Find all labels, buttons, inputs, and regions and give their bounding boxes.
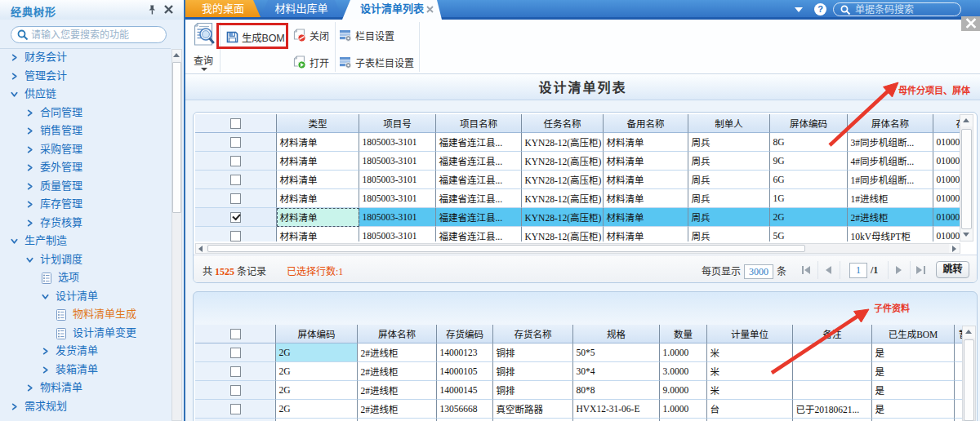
cell[interactable]: 是 (872, 381, 955, 400)
cell[interactable]: 2G (276, 362, 358, 381)
chevron-down-icon[interactable] (11, 237, 18, 245)
cell[interactable]: 2G (770, 208, 848, 227)
cell[interactable]: 1.0000 (660, 343, 707, 362)
cell[interactable] (793, 381, 872, 400)
close-button[interactable]: 关闭 (293, 29, 329, 42)
table-row[interactable]: 材料清单1805003-3101福建省连江县...KYN28-12(高压柜)材料… (195, 171, 960, 189)
scroll-up-button[interactable] (960, 115, 973, 126)
cell[interactable]: 是 (872, 400, 955, 419)
chevron-right-icon[interactable] (42, 348, 49, 355)
cell[interactable]: 2#进线柜 (848, 208, 933, 227)
cell[interactable]: HVX12-31-06-E (573, 400, 660, 419)
cell[interactable]: 010008 (933, 133, 960, 152)
chevron-right-icon[interactable] (11, 54, 18, 61)
tree-node[interactable]: 需求规划 (0, 397, 171, 416)
chevron-right-icon[interactable] (26, 127, 33, 135)
cell[interactable]: 福建省连江县... (436, 133, 522, 152)
cell[interactable]: KYN28-12(高压柜) (522, 227, 604, 242)
tree-node[interactable]: 生产制造 (0, 232, 171, 250)
scroll-up-button[interactable] (172, 50, 181, 60)
barcode-search-input[interactable] (855, 3, 956, 16)
cell[interactable]: 8G (770, 133, 848, 152)
cell[interactable]: 材料清单 (604, 152, 688, 171)
query-button[interactable]: 查询 (189, 22, 217, 71)
chevron-right-icon[interactable] (26, 146, 33, 153)
scroll-right-button[interactable] (949, 244, 960, 253)
row-checkbox[interactable] (230, 137, 241, 148)
cell[interactable]: 5G (770, 227, 848, 242)
tree-node[interactable]: 装箱清单 (0, 361, 171, 379)
row-checkbox[interactable] (230, 348, 241, 358)
cell[interactable]: 1.0000 (660, 400, 707, 419)
cell[interactable]: 福建省连江县... (436, 171, 522, 189)
cell[interactable]: 周兵 (688, 133, 770, 152)
cell[interactable]: 9.0000 (660, 381, 707, 400)
cell[interactable]: 2G (276, 400, 358, 419)
child-table-vscrollbar[interactable] (962, 326, 976, 421)
cell[interactable]: 1805003-3101 (359, 189, 436, 208)
tab-material-outbound[interactable]: 材料出库单 (261, 0, 342, 17)
scroll-up-button[interactable] (963, 326, 975, 338)
tab-design-list[interactable]: 设计清单列表 (342, 0, 442, 20)
cell[interactable]: 2G (276, 381, 358, 400)
cell[interactable]: 1805003-3101 (359, 133, 436, 152)
cell[interactable] (793, 343, 872, 362)
column-header[interactable]: 已生成BOM (872, 325, 955, 343)
table-row[interactable]: 2G2#进线柜13056668真空断路器HVX12-31-06-E1.0000台… (195, 400, 963, 419)
tree-node[interactable]: 物料清单 (0, 379, 171, 397)
row-checkbox[interactable] (230, 175, 241, 185)
cell[interactable]: 米 (707, 381, 793, 400)
column-header[interactable]: 屏体编码 (770, 114, 848, 133)
cell[interactable]: 福建省连江县... (436, 152, 522, 171)
window-close-button[interactable] (961, 16, 980, 31)
tree-node[interactable]: 供应链 (0, 85, 171, 104)
cell[interactable]: 14000145 (437, 381, 493, 400)
tree-node[interactable]: 计划调度 (0, 250, 171, 269)
scroll-down-button[interactable] (960, 229, 973, 241)
cell[interactable]: 1805003-3101 (359, 171, 436, 189)
tree-node[interactable]: 设计清单 (0, 287, 171, 306)
row-checkbox[interactable] (230, 193, 241, 204)
row-checkbox[interactable] (230, 156, 241, 166)
column-header[interactable]: 屏体编码 (276, 325, 358, 343)
scrollbar-thumb[interactable] (207, 245, 805, 252)
generate-bom-button[interactable]: 生成BOM (226, 29, 284, 45)
tree-node[interactable]: 管理会计 (0, 67, 171, 86)
cell[interactable]: 是 (872, 343, 955, 362)
cell[interactable]: 已于20180621... (793, 400, 872, 419)
cell[interactable]: KYN28-12(高压柜) (522, 152, 604, 171)
tab-my-desktop[interactable]: 我的桌面 (185, 0, 261, 17)
cell[interactable]: 材料清单 (277, 208, 359, 227)
chevron-right-icon[interactable] (11, 73, 18, 80)
cell[interactable]: 铜排 (493, 343, 573, 362)
chevron-right-icon[interactable] (26, 183, 33, 190)
cell[interactable]: 福建省连江县... (436, 208, 522, 227)
cell[interactable]: 材料清单 (604, 133, 688, 152)
table-row[interactable]: 2G2#进线柜14000145铜排80*89.0000米是 (195, 381, 963, 400)
chevron-right-icon[interactable] (26, 201, 33, 208)
column-header[interactable]: 屏体名称 (358, 325, 437, 343)
column-header[interactable]: 项目号 (359, 114, 436, 133)
tree-node[interactable]: 设计清单变更 (0, 324, 171, 343)
tree-node[interactable]: 选项 (0, 268, 171, 287)
cell[interactable]: 周兵 (688, 189, 770, 208)
cell[interactable]: 材料清单 (277, 227, 359, 242)
column-header[interactable]: 数量 (660, 325, 707, 343)
prev-page-button[interactable] (824, 265, 834, 275)
chevron-right-icon[interactable] (42, 366, 49, 374)
column-header[interactable]: 存货名称 (493, 325, 573, 343)
next-page-button[interactable] (894, 265, 904, 275)
cell[interactable]: 周兵 (688, 171, 770, 189)
sidebar-search-input[interactable] (31, 28, 162, 42)
column-header[interactable]: 计量单位 (707, 325, 793, 343)
table-row[interactable]: 材料清单1805003-3101福建省连江县...KYN28-12(高压柜)材料… (195, 189, 960, 208)
cell[interactable]: 2#进线柜 (358, 400, 437, 419)
cell[interactable]: 材料清单 (604, 208, 688, 227)
scrollbar-thumb[interactable] (964, 339, 974, 421)
chevron-right-icon[interactable] (11, 403, 18, 410)
table-row[interactable]: 2G2#进线柜14000105铜排30*43.0000米是 (195, 362, 963, 381)
cell[interactable]: 材料清单 (604, 171, 688, 189)
cell[interactable]: 真空断路器 (493, 400, 573, 419)
chevron-down-icon[interactable] (11, 91, 18, 98)
chevron-down-icon[interactable] (42, 293, 49, 300)
